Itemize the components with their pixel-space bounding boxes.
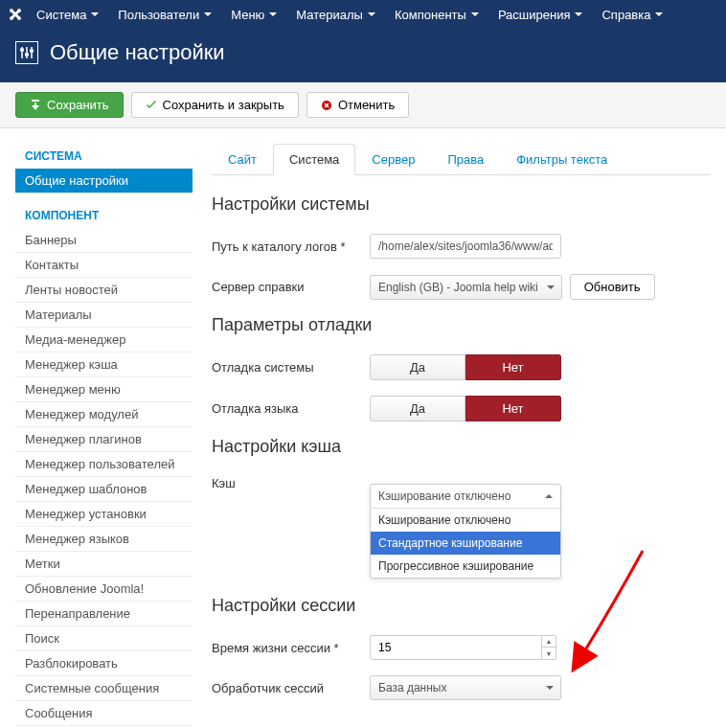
topmenu-item[interactable]: Меню — [221, 0, 286, 29]
cache-option[interactable]: Кэширование отключено — [371, 509, 560, 532]
sidebar-item[interactable]: Поиск — [15, 626, 193, 651]
debug-system-no[interactable]: Нет — [465, 354, 561, 380]
tabs: СайтСистемаСерверПраваФильтры текста — [212, 144, 711, 175]
sidebar-item[interactable]: Менеджер шаблонов — [15, 477, 193, 502]
label-session-life: Время жизни сессии * — [212, 641, 370, 655]
sidebar-item[interactable]: Контакты — [15, 253, 193, 278]
session-life-input[interactable] — [370, 635, 542, 660]
tab[interactable]: Система — [273, 144, 355, 175]
spinner-up[interactable]: ▲ — [542, 636, 556, 648]
sidebar-heading-component: КОМПОНЕНТ — [15, 203, 193, 228]
help-server-select[interactable]: English (GB) - Joomla help wiki — [370, 275, 562, 300]
sidebar-item[interactable]: Менеджер модулей — [15, 402, 193, 427]
sidebar-item[interactable]: Общие настройки — [15, 169, 193, 193]
settings-icon — [15, 41, 38, 64]
section-cache-settings: Настройки кэша — [212, 437, 711, 457]
sidebar-item[interactable]: Менеджер языков — [15, 527, 193, 552]
section-system-settings: Настройки системы — [212, 194, 711, 215]
caret-down-icon — [368, 12, 375, 16]
spinner-down[interactable]: ▼ — [542, 648, 556, 659]
debug-lang-no[interactable]: Нет — [465, 396, 561, 421]
log-path-input[interactable] — [370, 234, 561, 259]
caret-down-icon — [91, 12, 99, 16]
label-debug-system: Отладка системы — [212, 360, 370, 375]
section-debug-params: Параметры отладки — [212, 315, 711, 335]
section-session-settings: Настройки сессии — [212, 596, 711, 616]
main-content: СайтСистемаСерверПраваФильтры текста Нас… — [212, 144, 711, 728]
sidebar-item[interactable]: Метки — [15, 552, 193, 577]
sidebar: СИСТЕМА Общие настройки КОМПОНЕНТ Баннер… — [15, 144, 193, 728]
page-title: Общие настройки — [50, 40, 225, 65]
sidebar-item[interactable]: Менеджер меню — [15, 377, 193, 402]
sidebar-item[interactable]: Сообщения — [15, 701, 193, 726]
caret-down-icon — [655, 12, 663, 16]
sidebar-item[interactable]: Обновление Joomla! — [15, 577, 193, 602]
sidebar-item[interactable]: Ленты новостей — [15, 278, 193, 303]
sidebar-item[interactable]: Перенаправление — [15, 602, 193, 626]
cancel-label: Отменить — [338, 98, 395, 112]
sidebar-item[interactable]: Менеджер установки — [15, 502, 193, 527]
sidebar-item[interactable]: Менеджер пользователей — [15, 452, 193, 477]
topmenu-item[interactable]: Система — [27, 0, 108, 29]
save-button[interactable]: Сохранить — [15, 92, 124, 118]
topmenu-item[interactable]: Материалы — [286, 0, 385, 29]
joomla-logo-icon — [8, 7, 23, 22]
cancel-button[interactable]: Отменить — [306, 92, 409, 118]
cancel-icon — [321, 100, 332, 111]
save-label: Сохранить — [47, 98, 109, 112]
caret-down-icon — [269, 12, 277, 16]
label-session-handler: Обработчик сессий — [212, 681, 370, 695]
sidebar-item[interactable]: Материалы — [15, 303, 193, 328]
sidebar-item[interactable]: Разблокировать — [15, 651, 193, 676]
session-handler-select[interactable]: База данных — [370, 675, 561, 700]
page-header: Общие настройки — [0, 29, 726, 82]
check-icon — [146, 100, 157, 111]
caret-down-icon — [471, 12, 479, 16]
tab[interactable]: Сервер — [355, 144, 431, 175]
topmenu-item[interactable]: Компоненты — [385, 0, 488, 29]
save-close-label: Сохранить и закрыть — [163, 98, 284, 112]
cache-option[interactable]: Прогрессивное кэширование — [371, 555, 560, 578]
label-log-path: Путь к каталогу логов * — [212, 239, 370, 254]
sidebar-item[interactable]: Менеджер плагинов — [15, 427, 193, 452]
sidebar-item[interactable]: Баннеры — [15, 228, 193, 253]
svg-rect-4 — [26, 54, 29, 56]
sidebar-item[interactable]: Медиа-менеджер — [15, 328, 193, 353]
topmenu-item[interactable]: Расширения — [488, 0, 593, 29]
refresh-button[interactable]: Обновить — [570, 274, 655, 300]
label-cache: Кэш — [212, 476, 370, 490]
sidebar-item[interactable]: Менеджер кэша — [15, 353, 193, 377]
save-icon — [30, 100, 41, 111]
action-toolbar: Сохранить Сохранить и закрыть Отменить — [0, 82, 726, 128]
svg-rect-5 — [31, 50, 34, 52]
tab[interactable]: Фильтры текста — [500, 144, 624, 175]
topmenu-item[interactable]: Справка — [592, 0, 672, 29]
label-debug-lang: Отладка языка — [212, 401, 370, 416]
topmenu-item[interactable]: Пользователи — [108, 0, 221, 29]
cache-option[interactable]: Стандартное кэширование — [371, 532, 560, 555]
tab[interactable]: Сайт — [212, 144, 273, 175]
debug-lang-yes[interactable]: Да — [370, 396, 465, 421]
top-menu-bar: СистемаПользователиМенюМатериалыКомпонен… — [0, 0, 726, 29]
sidebar-heading-system: СИСТЕМА — [15, 144, 193, 169]
label-help-server: Сервер справки — [212, 280, 370, 294]
caret-down-icon — [204, 12, 212, 16]
debug-system-yes[interactable]: Да — [370, 354, 465, 380]
tab[interactable]: Права — [431, 144, 500, 175]
sidebar-item[interactable]: Системные сообщения — [15, 676, 193, 701]
svg-rect-3 — [21, 49, 24, 51]
caret-down-icon — [575, 12, 582, 16]
cache-dropdown-selected[interactable]: Кэширование отключено — [371, 485, 560, 509]
save-close-button[interactable]: Сохранить и закрыть — [131, 92, 299, 118]
